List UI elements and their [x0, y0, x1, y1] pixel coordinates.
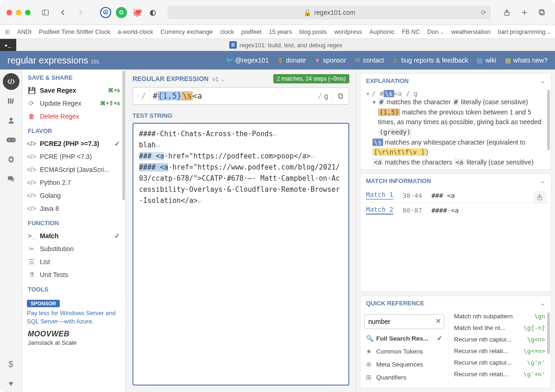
sponsor-link-azure[interactable]: Pay less for Windows Server and SQL Serv…: [27, 309, 121, 325]
rail-favorite[interactable]: ♥: [3, 375, 19, 392]
new-tab-icon[interactable]: [518, 6, 531, 19]
quickref-cat-full-search[interactable]: 🔍Full Search Res...✓: [364, 332, 444, 345]
scrollbar-thumb[interactable]: [547, 90, 550, 150]
quickref-header[interactable]: QUICK REFERENCE⌄: [360, 296, 551, 310]
flavor-ecmascript[interactable]: </>ECMAScript (JavaScri...: [22, 163, 126, 176]
reload-icon[interactable]: ⟳: [481, 9, 486, 16]
quickref-item[interactable]: Recurse nth relati...\g<+n>: [448, 345, 551, 357]
svg-line-8: [10, 79, 11, 84]
clear-search-icon[interactable]: ✕: [435, 317, 441, 325]
quickref-item[interactable]: Recurse nth captur...\g'n': [448, 357, 551, 368]
bookmark-clock[interactable]: clock: [220, 28, 234, 35]
quickref-cat-quantifiers[interactable]: ⊞Quantifiers: [364, 371, 444, 384]
function-substitution[interactable]: ✂Substitution: [22, 242, 126, 255]
match-row-2[interactable]: Match 2 80-87 ####·<a: [360, 203, 551, 217]
quickref-search-input[interactable]: [364, 314, 444, 329]
bookmark-bart[interactable]: bart programming ⌄: [498, 28, 551, 35]
quickref-item[interactable]: Match nth subpattern\gn: [448, 310, 551, 322]
delete-regex-item[interactable]: 🗑 Delete Regex: [22, 110, 126, 123]
forward-button[interactable]: [74, 6, 87, 19]
copy-regex-button[interactable]: [332, 88, 349, 104]
rail-regex-editor[interactable]: [3, 73, 19, 90]
match-label: Match 2: [366, 206, 393, 215]
save-regex-item[interactable]: 💾 Save Regex ⌘+s: [22, 84, 126, 97]
app-logo[interactable]: regular expressions 101: [7, 55, 99, 66]
rail-library[interactable]: [3, 93, 19, 109]
apps-grid-icon[interactable]: ⊞: [5, 28, 10, 35]
function-match[interactable]: >_Match✓: [22, 229, 126, 242]
rail-chat[interactable]: [3, 171, 19, 187]
sponsor-moovweb-logo[interactable]: MOOVWEB: [28, 330, 120, 338]
match-row-1[interactable]: Match 1 38-44 ###·<a: [360, 188, 551, 203]
mail-icon: ✉: [354, 57, 361, 63]
flavor-java[interactable]: </>Java 8: [22, 202, 126, 215]
rail-settings[interactable]: [3, 151, 19, 168]
export-matches-button[interactable]: [533, 191, 546, 204]
update-regex-item[interactable]: ⟳ Update Regex ⌘+⇧+s: [22, 97, 126, 110]
back-button[interactable]: [57, 6, 69, 19]
twitter-link[interactable]: 🐦@regex101: [227, 57, 269, 64]
delimiter-menu[interactable]: ⫶/: [133, 88, 150, 104]
quickref-cat-common[interactable]: ★Common Tokens: [364, 345, 444, 358]
flavor-pcre[interactable]: </>PCRE (PHP <7.3): [22, 150, 126, 163]
explanation-header[interactable]: EXPLANATION⌄: [360, 74, 551, 88]
left-scrollbar[interactable]: [122, 70, 126, 392]
extension-icon-shield[interactable]: ◐: [147, 7, 158, 18]
regex-pattern-field[interactable]: #{1,5}\s<a: [150, 88, 314, 104]
maximize-window-button[interactable]: [25, 10, 31, 15]
quickref-item[interactable]: Recurse nth captur...\g<n>: [448, 334, 551, 345]
tabs-overview-icon[interactable]: [536, 6, 549, 19]
whatsnew-link[interactable]: ▦whats new?: [505, 57, 548, 64]
quickref-item[interactable]: Recurse nth relati...\g'+n': [448, 368, 551, 380]
bookmark-currency[interactable]: Currency exchange: [161, 28, 213, 35]
bookmark-podfeet-clock[interactable]: Podfeet Time Shifter Clock: [39, 28, 110, 35]
function-unit-tests[interactable]: ⚗Unit Tests: [22, 268, 126, 281]
match-info-header[interactable]: MATCH INFORMATION⌄: [360, 174, 551, 188]
minimize-window-button[interactable]: [16, 10, 21, 15]
bookmark-fbnc[interactable]: FB NC: [402, 28, 420, 35]
bookmark-wordpress[interactable]: wordpress: [334, 28, 362, 35]
sidebar-toggle-icon[interactable]: [39, 6, 52, 19]
flavor-pcre2[interactable]: </>PCRE2 (PHP >=7.3)✓: [22, 137, 126, 150]
sponsor-link[interactable]: ♥sponsor: [314, 57, 346, 64]
donate-link[interactable]: $donate: [277, 57, 306, 64]
pinned-tab[interactable]: ▸_: [0, 39, 17, 51]
scrollbar-thumb[interactable]: [547, 312, 550, 354]
regex-flags[interactable]: / g: [314, 88, 332, 104]
function-list[interactable]: ☰List: [22, 255, 126, 268]
extension-icon-grammarly[interactable]: G: [116, 7, 127, 18]
bookmark-15years[interactable]: 15 years: [269, 28, 292, 35]
bookmark-world-clock[interactable]: a-world-clock: [118, 28, 153, 35]
close-window-button[interactable]: [6, 10, 12, 15]
rail-donate[interactable]: $: [3, 356, 19, 373]
quickref-item[interactable]: Match text the nt...\g{-n}: [448, 322, 551, 334]
rail-quiz[interactable]: [3, 132, 19, 148]
contact-link[interactable]: ✉contact: [354, 57, 384, 64]
bugs-link[interactable]: ⚠bug reports & feedback: [392, 57, 468, 64]
bookmark-blogposts[interactable]: blog posts: [299, 28, 327, 35]
active-tab[interactable]: R regex101: build, test, and debug regex: [17, 41, 555, 49]
bookmark-don[interactable]: Don ⌄: [428, 28, 444, 35]
regex-version[interactable]: v1 ⌄: [212, 76, 224, 82]
flavor-python[interactable]: </>Python 2.7: [22, 176, 126, 189]
address-bar[interactable]: 🔒 regex101.com ⟳: [168, 6, 491, 19]
quickref-cat-meta[interactable]: ⊕Meta Sequences: [364, 358, 444, 371]
bookmark-podfeet[interactable]: podfeet: [241, 28, 261, 35]
explanation-root[interactable]: ▾/ #\s<a / g: [366, 90, 545, 97]
explanation-line: \s matches any whitespace character (equ…: [366, 138, 545, 158]
svg-point-14: [8, 139, 10, 141]
regex-input[interactable]: ⫶/ #{1,5}\s<a / g: [132, 87, 349, 105]
share-icon[interactable]: [500, 6, 513, 19]
svg-rect-0: [43, 10, 49, 15]
bookmark-andi[interactable]: ANDI: [17, 28, 32, 35]
bookmark-weatherstation[interactable]: weatherstation: [451, 28, 491, 35]
regex-header: REGULAR EXPRESSION v1 ⌄ 2 matches, 24 st…: [126, 70, 356, 87]
flavor-golang[interactable]: </>Golang: [22, 189, 126, 202]
test-string-input[interactable]: ####·Chit·Chats·Across·the·Ponds↵ blah↵ …: [132, 123, 349, 386]
extension-icon-1password[interactable]: ⦿: [100, 7, 111, 18]
bookmark-auphonic[interactable]: Auphonic: [369, 28, 394, 35]
wiki-link[interactable]: ▤wiki: [477, 57, 496, 64]
chevron-down-icon: ⌄: [440, 30, 444, 35]
extension-icon-octopus[interactable]: 🐙: [132, 7, 143, 18]
rail-account[interactable]: [3, 112, 19, 129]
